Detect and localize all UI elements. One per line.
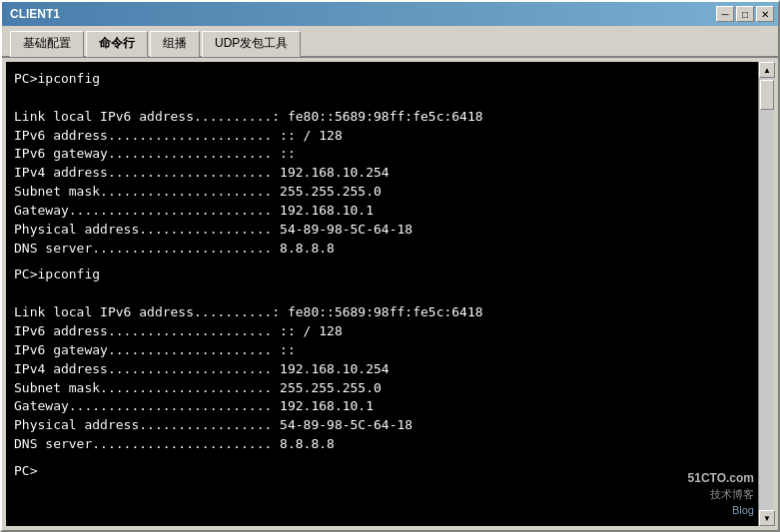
scroll-track[interactable] <box>759 78 774 510</box>
terminal-prompt: PC> <box>14 462 750 481</box>
main-window: CLIENT1 ─ □ ✕ 基础配置 命令行 组播 UDP发包工具 PC>ipc… <box>0 0 780 532</box>
scroll-up-button[interactable]: ▲ <box>759 62 775 78</box>
terminal-output-block2: PC>ipconfig Link local IPv6 address.....… <box>14 266 750 453</box>
tab-multicast[interactable]: 组播 <box>150 31 200 57</box>
terminal-output-block1: PC>ipconfig Link local IPv6 address.....… <box>14 70 750 258</box>
scrollbar[interactable]: ▲ ▼ <box>758 62 774 526</box>
window-title: CLIENT1 <box>10 7 60 21</box>
title-bar: CLIENT1 ─ □ ✕ <box>2 2 778 26</box>
scroll-thumb[interactable] <box>760 80 774 110</box>
watermark-blog: Blog <box>688 503 754 518</box>
scroll-down-button[interactable]: ▼ <box>759 510 775 526</box>
tab-udp-tool[interactable]: UDP发包工具 <box>202 31 301 57</box>
maximize-button[interactable]: □ <box>736 6 754 22</box>
close-button[interactable]: ✕ <box>756 6 774 22</box>
watermark-site: 51CTO.com <box>688 470 754 487</box>
content-area: PC>ipconfig Link local IPv6 address.....… <box>2 58 778 530</box>
tab-command-line[interactable]: 命令行 <box>86 31 148 57</box>
terminal[interactable]: PC>ipconfig Link local IPv6 address.....… <box>6 62 758 526</box>
tab-basic-config[interactable]: 基础配置 <box>10 31 84 57</box>
tab-bar: 基础配置 命令行 组播 UDP发包工具 <box>2 26 778 58</box>
minimize-button[interactable]: ─ <box>716 6 734 22</box>
window-controls: ─ □ ✕ <box>716 6 774 22</box>
terminal-wrapper: PC>ipconfig Link local IPv6 address.....… <box>6 62 774 526</box>
watermark-sub: 技术博客 <box>688 487 754 502</box>
watermark: 51CTO.com 技术博客 Blog <box>688 470 754 518</box>
